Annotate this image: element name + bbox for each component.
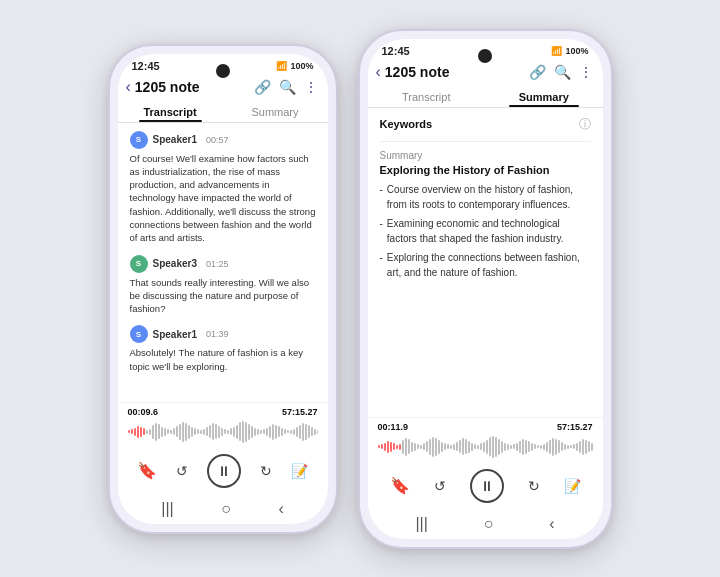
bullet-dash-3: - bbox=[380, 250, 383, 280]
total-time-left: 57:15.27 bbox=[282, 407, 318, 417]
transcript-item-1: S Speaker1 00:57 Of course! We'll examin… bbox=[130, 131, 316, 245]
time-row-right: 00:11.9 57:15.27 bbox=[378, 422, 593, 432]
transcript-item-3: S Speaker1 01:39 Absolutely! The nature … bbox=[130, 325, 316, 373]
waveform-left: 00:09.6 57:15.27 bbox=[118, 402, 328, 448]
controls-left: 🔖 ↺ ⏸ ↻ 📝 bbox=[118, 448, 328, 496]
transcript-text-1: Of course! We'll examine how factors suc… bbox=[130, 152, 316, 245]
avatar-speaker3-1: S bbox=[130, 255, 148, 273]
search-icon-left[interactable]: 🔍 bbox=[279, 79, 296, 95]
nav-back-right[interactable]: ‹ bbox=[549, 515, 554, 533]
screen-right: 12:45 📶 100% ‹ 1205 note 🔗 🔍 ⋮ Transcrip… bbox=[368, 39, 603, 539]
bullet-text-3: Exploring the connections between fashio… bbox=[387, 250, 591, 280]
battery-left: 100% bbox=[290, 61, 313, 71]
app-title-left: 1205 note bbox=[135, 79, 254, 95]
bullet-text-1: Course overview on the history of fashio… bbox=[387, 182, 591, 212]
tab-transcript-right[interactable]: Transcript bbox=[368, 85, 486, 107]
controls-right: 🔖 ↺ ⏸ ↻ 📝 bbox=[368, 463, 603, 511]
rewind-button-left[interactable]: ↺ bbox=[176, 463, 188, 479]
forward-button-left[interactable]: ↻ bbox=[260, 463, 272, 479]
speaker-row-2: S Speaker3 01:25 bbox=[130, 255, 316, 273]
more-icon-left[interactable]: ⋮ bbox=[304, 79, 318, 95]
divider bbox=[380, 141, 591, 142]
bullet-dash-1: - bbox=[380, 182, 383, 212]
current-time-right: 00:11.9 bbox=[378, 422, 409, 432]
transcript-item-2: S Speaker3 01:25 That sounds really inte… bbox=[130, 255, 316, 316]
screen-left: 12:45 📶 100% ‹ 1205 note 🔗 🔍 ⋮ Transcrip… bbox=[118, 54, 328, 524]
tabs-left: Transcript Summary bbox=[118, 100, 328, 123]
link-icon-left[interactable]: 🔗 bbox=[254, 79, 271, 95]
link-icon-right[interactable]: 🔗 bbox=[529, 64, 546, 80]
header-icons-right: 🔗 🔍 ⋮ bbox=[529, 64, 593, 80]
time-right: 12:45 bbox=[382, 45, 410, 57]
waveform-bars-right[interactable] bbox=[378, 435, 593, 459]
avatar-speaker1-2: S bbox=[130, 325, 148, 343]
phone-left: 12:45 📶 100% ‹ 1205 note 🔗 🔍 ⋮ Transcrip… bbox=[108, 44, 338, 534]
tabs-right: Transcript Summary bbox=[368, 85, 603, 108]
summary-section-label: Summary bbox=[380, 150, 591, 161]
total-time-right: 57:15.27 bbox=[557, 422, 593, 432]
avatar-speaker1-1: S bbox=[130, 131, 148, 149]
search-icon-right[interactable]: 🔍 bbox=[554, 64, 571, 80]
time-left: 12:45 bbox=[132, 60, 160, 72]
info-icon[interactable]: ⓘ bbox=[579, 116, 591, 133]
camera-notch-right bbox=[478, 49, 492, 63]
header-icons-left: 🔗 🔍 ⋮ bbox=[254, 79, 318, 95]
phone-right: 12:45 📶 100% ‹ 1205 note 🔗 🔍 ⋮ Transcrip… bbox=[358, 29, 613, 549]
pause-button-left[interactable]: ⏸ bbox=[207, 454, 241, 488]
speaker-row-3: S Speaker1 01:39 bbox=[130, 325, 316, 343]
keywords-row: Keywords ⓘ bbox=[380, 116, 591, 133]
bullet-text-2: Examining economic and technological fac… bbox=[387, 216, 591, 246]
camera-notch-left bbox=[216, 64, 230, 78]
tab-summary-left[interactable]: Summary bbox=[223, 100, 328, 122]
waveform-right: 00:11.9 57:15.27 bbox=[368, 417, 603, 463]
speaker-time-2: 01:25 bbox=[206, 259, 229, 269]
signal-icon-right: 📶 bbox=[551, 46, 562, 56]
back-button-right[interactable]: ‹ bbox=[376, 63, 381, 81]
note-button-left[interactable]: 📝 bbox=[291, 463, 308, 479]
battery-right: 100% bbox=[565, 46, 588, 56]
pause-button-right[interactable]: ⏸ bbox=[470, 469, 504, 503]
nav-bar-right: ||| ○ ‹ bbox=[368, 511, 603, 539]
nav-back-left[interactable]: ‹ bbox=[278, 500, 283, 518]
bullet-dash-2: - bbox=[380, 216, 383, 246]
signal-icon-left: 📶 bbox=[276, 61, 287, 71]
forward-button-right[interactable]: ↻ bbox=[528, 478, 540, 494]
nav-home-left[interactable]: ○ bbox=[221, 500, 231, 518]
speaker-time-1: 00:57 bbox=[206, 135, 229, 145]
summary-bullet-2: - Examining economic and technological f… bbox=[380, 216, 591, 246]
keywords-label: Keywords bbox=[380, 118, 433, 130]
speaker-row-1: S Speaker1 00:57 bbox=[130, 131, 316, 149]
status-icons-right: 📶 100% bbox=[551, 46, 588, 56]
app-title-right: 1205 note bbox=[385, 64, 529, 80]
summary-title: Exploring the History of Fashion bbox=[380, 164, 591, 176]
back-button-left[interactable]: ‹ bbox=[126, 78, 131, 96]
nav-apps-right[interactable]: ||| bbox=[415, 515, 427, 533]
summary-bullet-1: - Course overview on the history of fash… bbox=[380, 182, 591, 212]
waveform-bars-left[interactable] bbox=[128, 420, 318, 444]
transcript-text-2: That sounds really interesting. Will we … bbox=[130, 276, 316, 316]
summary-bullet-3: - Exploring the connections between fash… bbox=[380, 250, 591, 280]
bookmark-button-right[interactable]: 🔖 bbox=[390, 476, 410, 495]
status-icons-left: 📶 100% bbox=[276, 61, 313, 71]
speaker-name-2: Speaker3 bbox=[153, 258, 197, 269]
nav-bar-left: ||| ○ ‹ bbox=[118, 496, 328, 524]
speaker-name-1: Speaker1 bbox=[153, 134, 197, 145]
tab-transcript-left[interactable]: Transcript bbox=[118, 100, 223, 122]
rewind-button-right[interactable]: ↺ bbox=[434, 478, 446, 494]
nav-apps-left[interactable]: ||| bbox=[161, 500, 173, 518]
transcript-text-3: Absolutely! The nature of fashion is a k… bbox=[130, 346, 316, 373]
nav-home-right[interactable]: ○ bbox=[484, 515, 494, 533]
time-row-left: 00:09.6 57:15.27 bbox=[128, 407, 318, 417]
speaker-time-3: 01:39 bbox=[206, 329, 229, 339]
tab-summary-right[interactable]: Summary bbox=[485, 85, 603, 107]
more-icon-right[interactable]: ⋮ bbox=[579, 64, 593, 80]
current-time-left: 00:09.6 bbox=[128, 407, 159, 417]
summary-bullets: - Course overview on the history of fash… bbox=[380, 182, 591, 280]
content-left: S Speaker1 00:57 Of course! We'll examin… bbox=[118, 123, 328, 402]
speaker-name-3: Speaker1 bbox=[153, 329, 197, 340]
note-button-right[interactable]: 📝 bbox=[564, 478, 581, 494]
content-right: Keywords ⓘ Summary Exploring the History… bbox=[368, 108, 603, 417]
bookmark-button-left[interactable]: 🔖 bbox=[137, 461, 157, 480]
